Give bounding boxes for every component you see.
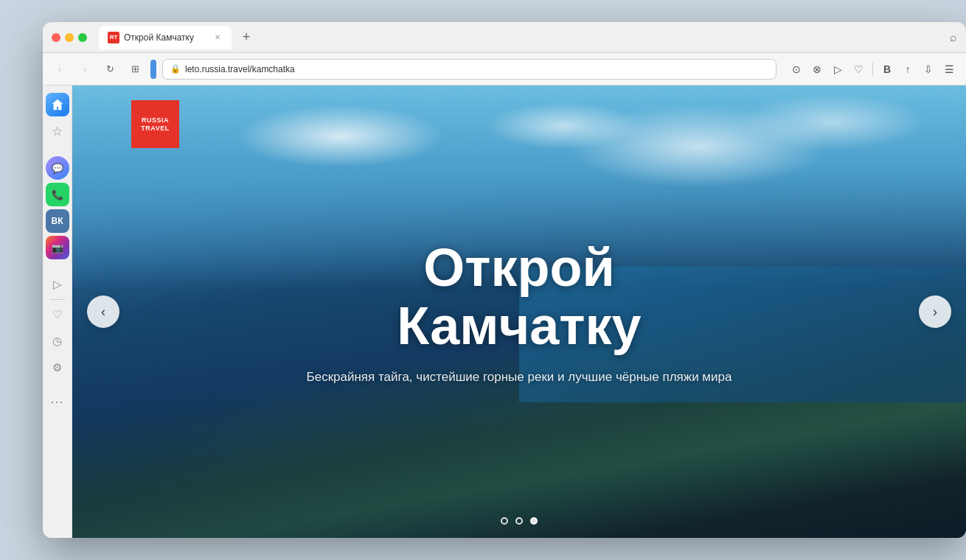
webpage: RUSSIA TRAVEL Открой Камчатку Бескрайняя… (72, 85, 966, 538)
heart-action-button[interactable]: ♡ (849, 60, 868, 79)
titlebar-search-icon[interactable]: ⌕ (950, 31, 957, 44)
browser-window: RT Открой Камчатку ✕ + ⌕ ‹ › ↻ ⊞ 🔒 leto.… (43, 22, 966, 538)
download-button[interactable]: ⇩ (919, 60, 938, 79)
sidebar-vk-icon[interactable]: ВК (46, 209, 69, 233)
carousel-next-button[interactable]: › (919, 295, 951, 328)
grid-button[interactable]: ⊞ (125, 60, 145, 79)
sidebar-like-icon[interactable]: ♡ (46, 303, 69, 326)
new-tab-button[interactable]: + (236, 27, 257, 48)
sidebar-settings-icon[interactable]: ⚙ (46, 356, 69, 379)
shield-action-button[interactable]: ⊗ (807, 60, 827, 79)
toolbar: ‹ › ↻ ⊞ 🔒 leto.russia.travel/kamchatka ⊙… (43, 53, 966, 85)
tab-close-button[interactable]: ✕ (212, 32, 223, 43)
hero-content: Открой Камчатку Бескрайняя тайга, чистей… (72, 85, 966, 538)
forward-button[interactable]: › (75, 60, 94, 79)
sidebar-instagram-icon[interactable]: 📷 (46, 236, 69, 259)
sidebar-spacer-line (50, 299, 65, 300)
tab-title: Открой Камчатку (124, 32, 194, 43)
bold-b-button[interactable]: B (878, 60, 897, 79)
tab-bar: RT Открой Камчатку ✕ + (99, 26, 944, 49)
back-button[interactable]: ‹ (50, 60, 69, 79)
sidebar-whatsapp-icon[interactable]: 📞 (46, 183, 69, 206)
addressbar[interactable]: 🔒 leto.russia.travel/kamchatka (162, 59, 776, 80)
browser-content: ☆ 💬 📞 ВК 📷 ▷ ♡ ◷ ⚙ ··· RUSSIA TRAVEL (43, 85, 966, 538)
carousel-dot-2[interactable] (515, 517, 523, 525)
active-tab[interactable]: RT Открой Камчатку ✕ (99, 26, 232, 49)
carousel-dot-3[interactable] (530, 517, 538, 525)
hero-title: Открой Камчатку (397, 239, 641, 355)
carousel-dots (501, 517, 538, 525)
tab-favicon: RT (108, 32, 119, 43)
sidebar-home-icon[interactable] (46, 93, 69, 116)
minimize-button[interactable] (65, 33, 74, 42)
logo-line2: TRAVEL (141, 125, 169, 132)
traffic-lights (52, 33, 87, 42)
lock-icon: 🔒 (170, 64, 181, 74)
sidebar-send-icon[interactable]: ▷ (46, 273, 69, 296)
share-button[interactable]: ↑ (898, 60, 917, 79)
play-action-button[interactable]: ▷ (828, 60, 847, 79)
sidebar-messenger-icon[interactable]: 💬 (46, 156, 69, 180)
toolbar-actions: ⊙ ⊗ ▷ ♡ B ↑ ⇩ ☰ (787, 60, 959, 79)
sidebar-bookmark-icon[interactable]: ☆ (46, 119, 69, 143)
titlebar: RT Открой Камчатку ✕ + ⌕ (43, 22, 966, 53)
url-text: leto.russia.travel/kamchatka (185, 64, 768, 74)
sidebar-more-icon[interactable]: ··· (46, 390, 69, 413)
sidebar-history-icon[interactable]: ◷ (46, 329, 69, 353)
browser-sidebar: ☆ 💬 📞 ВК 📷 ▷ ♡ ◷ ⚙ ··· (43, 85, 72, 538)
camera-action-button[interactable]: ⊙ (787, 60, 806, 79)
russia-travel-logo[interactable]: RUSSIA TRAVEL (131, 100, 179, 148)
hero-subtitle: Бескрайняя тайга, чистейшие горные реки … (307, 370, 732, 385)
toolbar-separator (872, 63, 873, 76)
vpn-button[interactable] (150, 60, 156, 79)
close-button[interactable] (52, 33, 60, 42)
maximize-button[interactable] (78, 33, 87, 42)
reload-button[interactable]: ↻ (100, 60, 119, 79)
carousel-prev-button[interactable]: ‹ (87, 295, 119, 328)
logo-line1: RUSSIA (142, 116, 169, 124)
carousel-dot-1[interactable] (501, 517, 508, 525)
sidebar-toggle-button[interactable]: ☰ (939, 60, 959, 79)
